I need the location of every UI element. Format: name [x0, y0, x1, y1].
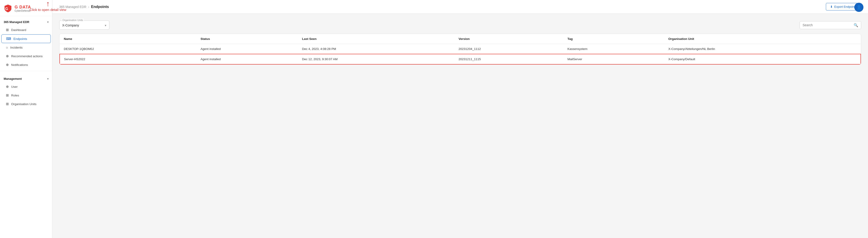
col-tag: Tag — [563, 34, 664, 44]
sidebar-item-roles[interactable]: ⊞ Roles — [1, 91, 51, 99]
table-row-highlighted[interactable]: Server-HS2022 Agent installed Dec 12, 20… — [60, 54, 861, 64]
cell-tag-2: MailServer — [563, 54, 664, 64]
breadcrumb-separator: › — [88, 5, 89, 9]
sidebar-item-org-units-label: Organisation Units — [11, 102, 36, 106]
user-avatar[interactable]: 👤 — [854, 3, 863, 12]
col-version: Version — [455, 34, 563, 44]
endpoints-table: Name Status Last Seen Version Tag Organi… — [59, 34, 861, 64]
sidebar-section-edr[interactable]: 365 Managed EDR ▾ — [0, 16, 52, 26]
cell-org-unit-2: X-Company/Default — [664, 54, 861, 64]
sidebar-section-edr-label: 365 Managed EDR — [4, 20, 29, 24]
org-select-value: X-Company — [62, 24, 79, 27]
sidebar-item-endpoints[interactable]: ⌨ Endpoints — [1, 34, 51, 43]
cell-org-unit: X-Company/Abteilungen/NL Berlin — [664, 44, 861, 54]
cell-tag: Kassensystem — [563, 44, 664, 54]
sidebar-item-incidents[interactable]: ○ Incidents — [1, 43, 51, 52]
sidebar-item-recommended-actions-label: Recommended actions — [11, 55, 42, 58]
search-icon: 🔍 — [854, 23, 858, 27]
topbar: 365 Managed EDR › Endpoints ⬇ Export End… — [53, 0, 868, 14]
breadcrumb-current: Endpoints — [91, 5, 109, 9]
col-org-unit: Organisation Unit — [664, 34, 861, 44]
notifications-icon: ⊕ — [6, 63, 9, 67]
svg-text:G: G — [5, 7, 8, 11]
sidebar-item-recommended-actions[interactable]: ⊕ Recommended actions — [1, 52, 51, 60]
cell-status-2: Agent installed — [196, 54, 298, 64]
chevron-down-icon-2: ▾ — [47, 77, 49, 81]
sidebar-item-incidents-label: Incidents — [10, 46, 23, 49]
chevron-down-icon: ▾ — [47, 21, 49, 24]
sidebar-item-dashboard-label: Dashboard — [11, 28, 26, 32]
sidebar-item-endpoints-label: Endpoints — [13, 37, 27, 40]
sidebar-item-notifications[interactable]: ⊕ Notifications — [1, 61, 51, 69]
sidebar-item-user-label: User — [11, 85, 18, 88]
endpoints-icon: ⌨ — [6, 37, 11, 41]
col-status: Status — [196, 34, 298, 44]
filter-row: Organisation Units X-Company ▾ 🔍 — [59, 21, 861, 30]
user-icon-person: 👤 — [857, 5, 861, 10]
dashboard-icon: ⊞ — [6, 28, 9, 32]
sidebar-divider — [0, 71, 52, 71]
org-units-icon: ⊞ — [6, 102, 9, 106]
sidebar-item-dashboard[interactable]: ⊞ Dashboard — [1, 26, 51, 34]
cell-version-2: 20231211_1115 — [455, 54, 563, 64]
table-body: DESKTOP-1QBOM0J Agent installed Dec 4, 2… — [60, 44, 861, 65]
cell-last-seen: Dec 4, 2023, 4:08:28 PM — [298, 44, 455, 54]
app-name: G DATA — [14, 5, 31, 9]
cell-version: 20231204_1112 — [455, 44, 563, 54]
user-icon: ⊕ — [6, 85, 9, 89]
cell-status: Agent installed — [196, 44, 298, 54]
org-select-label: Organisation Units — [62, 19, 84, 22]
sidebar: G G DATA CyberDefense 365 Managed EDR ▾ … — [0, 0, 53, 238]
sidebar-item-org-units[interactable]: ⊞ Organisation Units — [1, 100, 51, 108]
sidebar-section-management-label: Management — [4, 77, 22, 81]
col-name: Name — [60, 34, 196, 44]
search-box[interactable]: 🔍 — [800, 21, 861, 29]
org-select-chevron-icon: ▾ — [105, 24, 106, 27]
recommended-actions-icon: ⊕ — [6, 54, 9, 58]
incidents-icon: ○ — [6, 46, 8, 50]
table-header: Name Status Last Seen Version Tag Organi… — [60, 34, 861, 44]
org-unit-select[interactable]: Organisation Units X-Company ▾ — [59, 21, 110, 30]
cell-last-seen-2: Dec 12, 2023, 9:30:07 AM — [298, 54, 455, 64]
main-content: 365 Managed EDR › Endpoints ⬇ Export End… — [53, 0, 868, 238]
app-subtitle: CyberDefense — [14, 9, 31, 12]
org-select-inner[interactable]: X-Company ▾ — [62, 21, 106, 29]
search-input[interactable] — [803, 23, 854, 27]
sidebar-item-roles-label: Roles — [11, 94, 19, 97]
sidebar-item-notifications-label: Notifications — [11, 63, 28, 66]
sidebar-section-management[interactable]: Management ▾ — [0, 73, 52, 82]
endpoints-table-container: Name Status Last Seen Version Tag Organi… — [59, 34, 861, 65]
page-content: Organisation Units X-Company ▾ 🔍 Name St… — [53, 14, 868, 238]
download-icon: ⬇ — [830, 5, 833, 8]
export-button-label: Export Endpoints — [834, 5, 857, 8]
table-row[interactable]: DESKTOP-1QBOM0J Agent installed Dec 4, 2… — [60, 44, 861, 54]
roles-icon: ⊞ — [6, 93, 9, 97]
cell-name: DESKTOP-1QBOM0J — [60, 44, 196, 54]
col-last-seen: Last Seen — [298, 34, 455, 44]
gdata-logo-icon: G — [4, 4, 12, 13]
breadcrumb: 365 Managed EDR › Endpoints — [59, 5, 109, 9]
sidebar-item-user[interactable]: ⊕ User — [1, 83, 51, 91]
cell-name-2: Server-HS2022 — [60, 54, 196, 64]
